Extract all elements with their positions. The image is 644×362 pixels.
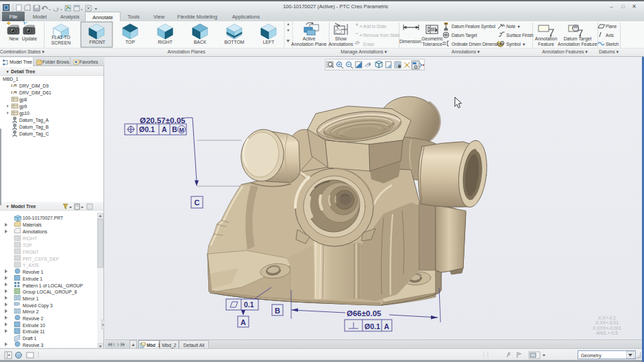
svg-text:Ø66±0.05: Ø66±0.05 (347, 309, 382, 318)
svg-text:I↗I: I↗I (11, 83, 17, 88)
svg-text:M: M (179, 127, 184, 133)
svg-text:Ø0.1: Ø0.1 (139, 125, 155, 133)
svg-text:A: A (162, 125, 167, 133)
svg-text:Ø0.1: Ø0.1 (364, 322, 380, 331)
svg-text:I↗I: I↗I (11, 90, 17, 94)
svg-text:C: C (195, 198, 200, 207)
svg-text:B: B (172, 125, 177, 133)
svg-text:0.1: 0.1 (244, 300, 254, 309)
svg-text:A: A (384, 322, 390, 331)
svg-text:B: B (275, 307, 280, 315)
svg-text:A: A (240, 318, 246, 326)
svg-text:A: A (502, 23, 505, 27)
svg-text:Ø20.57±0.05: Ø20.57±0.05 (140, 116, 186, 125)
